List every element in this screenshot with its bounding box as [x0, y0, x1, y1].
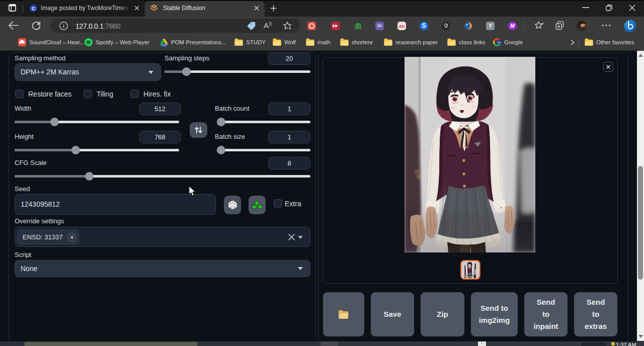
svg-text:C: C [32, 6, 35, 11]
